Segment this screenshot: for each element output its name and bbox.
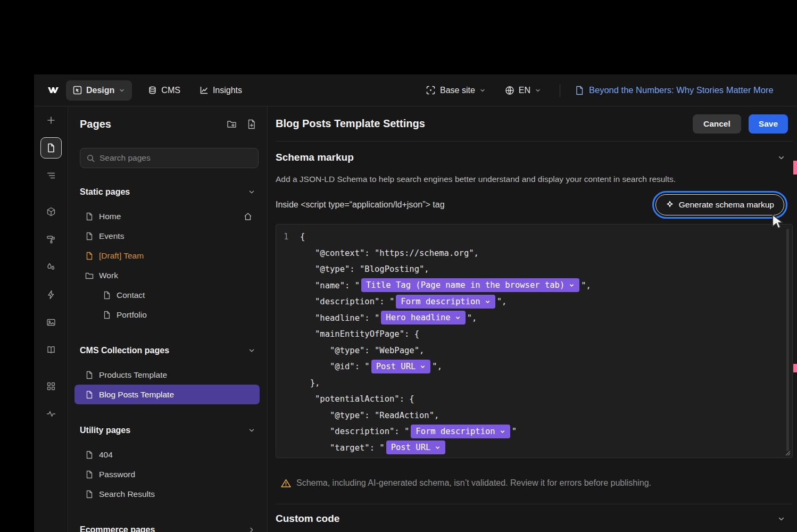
code-line: "@id": "Post URL",	[284, 359, 781, 375]
components-panel-button[interactable]	[40, 201, 62, 222]
sidebar-item-draft-team[interactable]: [Draft] Team	[74, 246, 260, 265]
code-line: "target": "Post URL	[284, 440, 781, 456]
language-selector[interactable]: EN	[505, 86, 541, 95]
field-token-label: Form description	[416, 427, 495, 436]
globe-icon	[505, 86, 514, 95]
code-line: 1{	[284, 229, 781, 245]
styles-panel-button[interactable]	[40, 229, 62, 250]
generate-schema-button[interactable]: Generate schema markup	[655, 194, 784, 215]
new-page-button[interactable]	[245, 117, 259, 131]
page-label: Work	[99, 271, 252, 280]
field-token-hero-headline[interactable]: Hero headline	[381, 311, 465, 325]
chevron-down-icon	[435, 445, 441, 451]
lightning-icon	[46, 290, 56, 300]
page-icon	[103, 311, 111, 319]
generate-schema-label: Generate schema markup	[679, 200, 774, 210]
schema-code-editor[interactable]: 1{ "@context": "https://schema.org", "@t…	[276, 224, 793, 458]
field-token-post-url[interactable]: Post URL	[386, 440, 446, 454]
pages-panel-button[interactable]	[40, 137, 62, 159]
chevron-down-icon[interactable]	[248, 188, 255, 196]
chevron-down-icon	[535, 87, 541, 94]
code-scrollbar[interactable]	[786, 229, 789, 451]
section-header-static-pages[interactable]: Static pages	[80, 184, 259, 200]
design-label: Design	[86, 86, 114, 95]
variables-panel-button[interactable]	[40, 256, 62, 278]
page-label: Contact	[117, 290, 252, 300]
code-line: "mainEntityOfPage": {	[284, 326, 781, 343]
field-token-form-description[interactable]: Form description	[411, 425, 510, 438]
resize-handle[interactable]	[783, 448, 791, 456]
libraries-panel-button[interactable]	[40, 339, 62, 361]
add-panel-button[interactable]	[40, 110, 62, 131]
schema-section-title: Schema markup	[276, 152, 777, 163]
custom-code-title: Custom code	[276, 513, 777, 525]
sidebar-item-events[interactable]: Events	[74, 226, 260, 246]
search-input[interactable]	[99, 153, 252, 163]
section-header-ecommerce-pages[interactable]: Ecommerce pages	[80, 522, 259, 532]
page-icon	[46, 143, 56, 153]
insights-button[interactable]: Insights	[200, 86, 242, 95]
cancel-button[interactable]: Cancel	[693, 114, 741, 134]
page-label: Search Results	[99, 489, 252, 499]
code-line: },	[284, 375, 781, 392]
code-line: "headline": "Hero headline",	[284, 310, 781, 327]
assets-panel-button[interactable]	[40, 312, 62, 333]
pages-panel: Pages Static pagesHomeEvents[Draft] Team…	[68, 106, 268, 532]
folder-icon	[85, 271, 94, 280]
chevron-down-icon	[569, 282, 575, 288]
chevron-down-icon	[500, 429, 505, 435]
warning-icon	[281, 479, 291, 488]
sidebar-item-portfolio[interactable]: Portfolio	[74, 305, 260, 325]
page-icon	[575, 86, 584, 95]
design-mode-button[interactable]: Design	[66, 80, 132, 101]
chevron-right-icon[interactable]	[248, 526, 255, 532]
chevron-down-icon[interactable]	[248, 427, 255, 434]
sidebar-item-password[interactable]: Password	[74, 464, 260, 484]
sidebar-item-home[interactable]: Home	[74, 206, 260, 226]
page-icon	[85, 232, 94, 240]
sidebar-item-blog-posts-template[interactable]: Blog Posts Template	[74, 385, 260, 404]
scroll-marker	[793, 161, 797, 174]
chevron-down-icon[interactable]	[248, 347, 255, 354]
schema-collapse-chevron[interactable]	[777, 154, 785, 162]
new-folder-button[interactable]	[225, 117, 238, 131]
sidebar-item-products-template[interactable]: Products Template	[74, 365, 260, 385]
page-icon	[85, 490, 94, 498]
field-token-form-description[interactable]: Form description	[396, 295, 495, 309]
sidebar-item-search-results[interactable]: Search Results	[74, 484, 260, 504]
section-title: CMS Collection pages	[80, 346, 248, 355]
sidebar-item-work[interactable]: Work	[74, 265, 260, 285]
page-label: [Draft] Team	[99, 251, 252, 261]
pages-search[interactable]	[80, 148, 259, 168]
field-token-label: Hero headline	[386, 313, 450, 322]
top-bar: Design CMS Insights Base site EN	[34, 74, 797, 106]
audit-panel-button[interactable]	[40, 403, 62, 425]
custom-code-collapse-chevron[interactable]	[777, 515, 785, 523]
page-label: 404	[99, 450, 252, 460]
field-token-post-url[interactable]: Post URL	[371, 360, 431, 373]
section-header-utility-pages[interactable]: Utility pages	[80, 422, 259, 438]
webflow-logo-icon[interactable]	[47, 86, 60, 95]
sidebar-item-404[interactable]: 404	[74, 445, 260, 464]
apps-panel-button[interactable]	[40, 376, 62, 397]
interactions-panel-button[interactable]	[40, 284, 62, 305]
page-breadcrumb-link[interactable]: Beyond the Numbers: Why Stories Matter M…	[575, 85, 774, 95]
field-token-label: Form description	[401, 297, 480, 306]
divider	[560, 84, 560, 97]
section-header-cms-collection-pages[interactable]: CMS Collection pages	[80, 343, 259, 359]
cms-icon	[148, 86, 157, 95]
pages-panel-title: Pages	[80, 118, 218, 130]
section-title: Utility pages	[80, 426, 248, 435]
settings-main: Blog Posts Template Settings Cancel Save…	[268, 106, 797, 532]
search-icon	[87, 154, 95, 162]
code-line: "@type": "BlogPosting",	[284, 261, 781, 278]
site-selector[interactable]: Base site	[426, 85, 486, 95]
sidebar-item-contact[interactable]: Contact	[74, 285, 260, 305]
save-button[interactable]: Save	[749, 114, 788, 134]
cms-button[interactable]: CMS	[148, 86, 180, 95]
field-token-title-tag-page-name-in-the-browser-tab[interactable]: Title Tag (Page name in the browser tab)	[361, 278, 579, 292]
code-line: "@type": "ReadAction",	[284, 408, 781, 424]
home-icon	[244, 212, 252, 221]
scroll-marker	[793, 364, 797, 372]
navigator-panel-button[interactable]	[40, 165, 62, 186]
